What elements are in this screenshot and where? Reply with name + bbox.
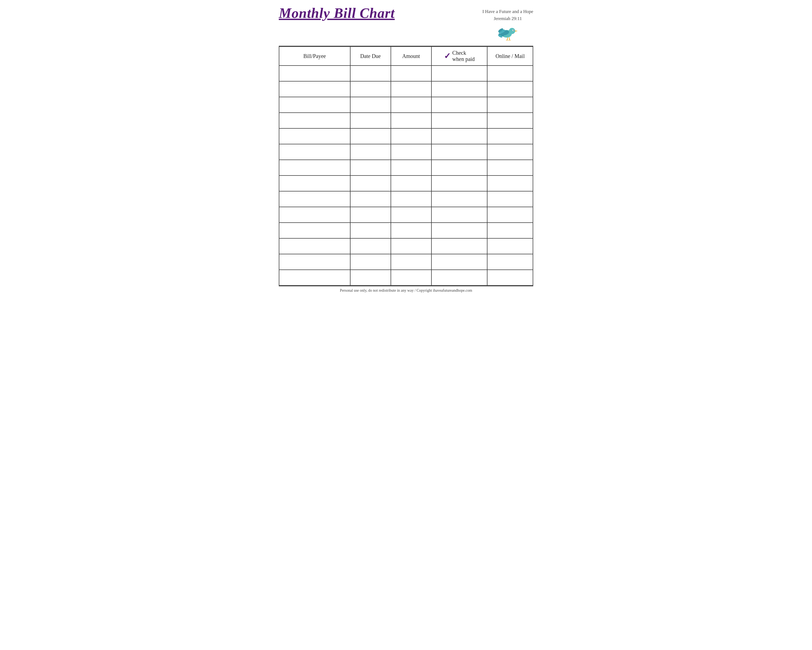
table-cell-row12-col4: [487, 254, 533, 270]
page-title: Monthly Bill Chart: [279, 5, 395, 21]
table-cell-row11-col4: [487, 238, 533, 254]
table-cell-row3-col2: [391, 113, 432, 128]
page-footer: Personal use only, do not redistribute i…: [279, 286, 533, 294]
tagline-area: I Have a Future and a Hope Jeremiah 29:1…: [482, 8, 533, 22]
table-cell-row8-col2: [391, 191, 432, 207]
table-cell-row3-col3: [432, 113, 487, 128]
table-cell-row6-col2: [391, 160, 432, 176]
table-cell-row12-col1: [350, 254, 391, 270]
table-cell-row4-col3: [432, 128, 487, 144]
bird-icon: [496, 22, 520, 41]
table-cell-row6-col4: [487, 160, 533, 176]
table-row: [279, 97, 533, 113]
table-cell-row5-col3: [432, 144, 487, 160]
table-cell-row2-col0: [279, 97, 350, 113]
table-header-row: Bill/Payee Date Due Amount ✓ Check when …: [279, 47, 533, 66]
table-cell-row12-col3: [432, 254, 487, 270]
table-cell-row0-col3: [432, 66, 487, 81]
svg-line-15: [510, 40, 510, 41]
tagline-line2: Jeremiah 29:11: [494, 15, 522, 22]
table-cell-row2-col3: [432, 97, 487, 113]
title-area: Monthly Bill Chart: [279, 5, 395, 21]
svg-line-11: [509, 37, 510, 40]
table-cell-row5-col0: [279, 144, 350, 160]
col-header-bill: Bill/Payee: [279, 47, 350, 66]
svg-line-14: [508, 40, 510, 41]
table-cell-row1-col0: [279, 81, 350, 97]
check-when-paid-text: Check when paid: [452, 50, 475, 62]
table-cell-row6-col3: [432, 160, 487, 176]
checkmark-symbol: ✓: [444, 52, 451, 60]
table-row: [279, 270, 533, 286]
table-cell-row8-col0: [279, 191, 350, 207]
table-row: [279, 207, 533, 223]
col-header-check: ✓ Check when paid: [432, 47, 487, 66]
check-line2: when paid: [452, 56, 475, 62]
table-cell-row4-col0: [279, 128, 350, 144]
table-cell-row10-col2: [391, 223, 432, 238]
check-line1: Check: [452, 50, 466, 56]
table-cell-row4-col1: [350, 128, 391, 144]
svg-point-1: [509, 28, 515, 34]
col-header-amount: Amount: [391, 47, 432, 66]
table-cell-row5-col4: [487, 144, 533, 160]
table-cell-row1-col2: [391, 81, 432, 97]
svg-line-13: [507, 40, 508, 41]
table-cell-row3-col1: [350, 113, 391, 128]
table-cell-row7-col2: [391, 176, 432, 191]
table-cell-row2-col4: [487, 97, 533, 113]
tagline-line1: I Have a Future and a Hope: [482, 8, 533, 15]
table-cell-row11-col2: [391, 238, 432, 254]
table-cell-row13-col3: [432, 270, 487, 286]
table-row: [279, 128, 533, 144]
svg-line-10: [507, 37, 508, 40]
table-row: [279, 254, 533, 270]
table-cell-row10-col1: [350, 223, 391, 238]
table-cell-row13-col4: [487, 270, 533, 286]
table-cell-row10-col0: [279, 223, 350, 238]
table-cell-row7-col4: [487, 176, 533, 191]
table-cell-row7-col3: [432, 176, 487, 191]
header-right: I Have a Future and a Hope Jeremiah 29:1…: [482, 5, 533, 41]
table-row: [279, 160, 533, 176]
check-header-content: ✓ Check when paid: [434, 50, 485, 62]
table-cell-row4-col2: [391, 128, 432, 144]
table-cell-row0-col0: [279, 66, 350, 81]
table-cell-row9-col4: [487, 207, 533, 223]
col-header-date: Date Due: [350, 47, 391, 66]
table-row: [279, 144, 533, 160]
table-cell-row5-col1: [350, 144, 391, 160]
table-cell-row2-col2: [391, 97, 432, 113]
table-row: [279, 238, 533, 254]
table-cell-row1-col3: [432, 81, 487, 97]
table-cell-row6-col0: [279, 160, 350, 176]
table-cell-row8-col3: [432, 191, 487, 207]
svg-point-4: [513, 30, 514, 31]
table-cell-row11-col0: [279, 238, 350, 254]
table-cell-row3-col0: [279, 113, 350, 128]
svg-marker-2: [515, 31, 518, 32]
table-cell-row11-col1: [350, 238, 391, 254]
table-cell-row9-col3: [432, 207, 487, 223]
table-cell-row7-col1: [350, 176, 391, 191]
table-row: [279, 81, 533, 97]
col-header-online: Online / Mail: [487, 47, 533, 66]
table-cell-row9-col1: [350, 207, 391, 223]
table-cell-row8-col1: [350, 191, 391, 207]
table-cell-row2-col1: [350, 97, 391, 113]
table-cell-row0-col4: [487, 66, 533, 81]
table-cell-row0-col1: [350, 66, 391, 81]
table-cell-row1-col4: [487, 81, 533, 97]
table-cell-row4-col4: [487, 128, 533, 144]
table-cell-row9-col0: [279, 207, 350, 223]
page-header: Monthly Bill Chart I Have a Future and a…: [279, 5, 533, 43]
table-cell-row13-col1: [350, 270, 391, 286]
footer-text: Personal use only, do not redistribute i…: [340, 288, 472, 292]
table-cell-row10-col4: [487, 223, 533, 238]
table-cell-row10-col3: [432, 223, 487, 238]
table-cell-row13-col2: [391, 270, 432, 286]
table-row: [279, 113, 533, 128]
table-row: [279, 223, 533, 238]
table-cell-row7-col0: [279, 176, 350, 191]
table-row: [279, 176, 533, 191]
